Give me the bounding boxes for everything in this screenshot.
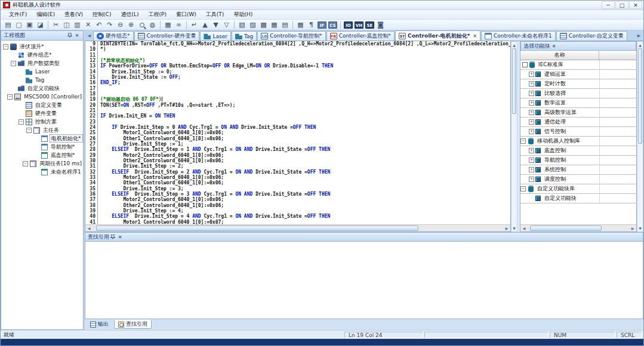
bottom-tab-find[interactable]: 查找引用: [114, 320, 152, 329]
upload-icon[interactable]: ▲: [200, 20, 210, 30]
search-icon[interactable]: [137, 20, 147, 30]
fb-horizontal-scrollbar[interactable]: ◀ ▶: [520, 224, 636, 231]
fb-lib-custom[interactable]: −自定义功能块库: [520, 184, 636, 194]
tree-hardware-vars[interactable]: 硬件变量: [1, 109, 83, 118]
if-block-icon[interactable]: IF: [317, 20, 327, 30]
pou-add-icon[interactable]: ▨: [248, 20, 258, 30]
fb-cat-adv-math-expand-icon[interactable]: +: [529, 110, 534, 115]
close-fb-panel-icon[interactable]: ✕: [550, 43, 557, 50]
paste-icon[interactable]: ▥: [72, 20, 82, 30]
grid-view-icon[interactable]: ▦: [295, 20, 306, 30]
tree-user-data-types-expand-icon[interactable]: −: [11, 61, 16, 66]
fb-lib-robot-expand-icon[interactable]: −: [520, 138, 526, 144]
fb-cat-comm-expand-icon[interactable]: +: [529, 119, 534, 125]
tab-tag[interactable]: Tag: [232, 31, 257, 41]
menu-view[interactable]: 查看(V): [60, 10, 88, 19]
redo-icon[interactable]: ↷: [104, 20, 115, 30]
scroll-up-arrow-icon[interactable]: ▲: [511, 42, 517, 48]
tree-control-scheme[interactable]: −控制方案: [1, 118, 83, 126]
scroll-left-arrow-icon[interactable]: ◀: [85, 225, 93, 231]
code-area[interactable]: 9DINT2BYTE(IN= TurnTable_fct,Q_HH=>Motor…: [85, 41, 510, 224]
pou-window-icon[interactable]: ▧: [237, 20, 247, 30]
menu-file[interactable]: 文件(F): [4, 10, 32, 19]
vh-table-icon[interactable]: VH: [354, 20, 364, 30]
minimize-button[interactable]: ─: [602, 1, 615, 9]
bottom-tab-output[interactable]: 输出: [86, 320, 113, 329]
fb-cat-system-expand-icon[interactable]: +: [529, 167, 534, 172]
menu-window[interactable]: 窗口(W): [171, 10, 201, 19]
instance-list-icon[interactable]: ▤: [280, 20, 290, 30]
watch-icon[interactable]: ∞: [174, 20, 184, 30]
tree-cyclic-task[interactable]: −周期任务[10 ms]: [1, 159, 83, 168]
compare-icon[interactable]: ▽: [221, 20, 232, 30]
tree-cyclic-task-expand-icon[interactable]: −: [23, 161, 28, 166]
exit-icon[interactable]: ◙: [375, 20, 386, 30]
fb-cat-comm[interactable]: +通信处理: [520, 118, 636, 127]
zoom-in-icon[interactable]: ⊕: [126, 20, 136, 30]
tree-project-root-expand-icon[interactable]: −: [3, 44, 8, 50]
find-pin-icon[interactable]: [109, 234, 116, 240]
scroll-right-arrow-icon[interactable]: ▶: [503, 225, 510, 231]
editor-vertical-scrollbar[interactable]: ▲ ▼: [511, 41, 517, 232]
tree-main-task-expand-icon[interactable]: −: [26, 128, 32, 133]
tree-laser[interactable]: Laser: [1, 67, 83, 76]
delete-icon[interactable]: ✕: [83, 20, 93, 30]
close-tab-icon[interactable]: ✕: [473, 33, 477, 39]
save-all-icon[interactable]: ◪: [35, 20, 45, 30]
fb-lib-robot[interactable]: −移动机器人控制库: [520, 137, 636, 146]
fb-cat-nav[interactable]: +导航控制: [520, 156, 636, 165]
tree-custom-fb[interactable]: 自定义功能块: [1, 84, 83, 92]
zoom-out-icon[interactable]: ⊖: [115, 20, 125, 30]
tree-user-data-types[interactable]: −用户数据类型: [1, 59, 83, 67]
fb-cat-logic-expand-icon[interactable]: +: [529, 72, 534, 77]
fb-scroll-right-arrow-icon[interactable]: ▶: [629, 225, 636, 231]
menu-project[interactable]: 工程(P): [143, 10, 171, 19]
fb-cat-dispatch-expand-icon[interactable]: +: [529, 177, 534, 182]
tree-chassis-control[interactable]: 底盘控制*: [1, 151, 83, 159]
pin-icon[interactable]: [66, 32, 73, 39]
tab-custom-vars[interactable]: Controller-自定义变量: [556, 31, 627, 41]
find-references-results[interactable]: [85, 242, 643, 319]
scroll-down-arrow-icon[interactable]: ▼: [511, 225, 517, 231]
tab-unnamed-program[interactable]: Controller-未命名程序1: [481, 31, 556, 41]
tree-unnamed-program[interactable]: 未命名程序1: [1, 168, 83, 176]
fb-cat-math[interactable]: +数学运算: [520, 98, 636, 108]
schedule-icon[interactable]: ▦: [163, 20, 173, 30]
menu-comm[interactable]: 通信(L): [116, 10, 143, 19]
fb-cat-system[interactable]: +系统控制: [520, 165, 636, 175]
fb-cat-nav-expand-icon[interactable]: +: [529, 157, 534, 163]
menu-help[interactable]: 帮助(H): [229, 10, 257, 19]
fb-hscroll-thumb[interactable]: [530, 225, 602, 231]
maximize-button[interactable]: □: [615, 1, 628, 9]
tree-custom-vars[interactable]: 自定义变量: [1, 101, 83, 109]
tab-scroll-left-icon[interactable]: ◀: [85, 32, 93, 41]
copy-icon[interactable]: ◫: [61, 20, 72, 30]
tab-motor-init[interactable]: STController-电机初始化*✕: [395, 30, 480, 41]
tree-nav-control[interactable]: 导航控制*: [1, 143, 83, 151]
find-close-icon[interactable]: ✕: [116, 234, 124, 240]
download-icon[interactable]: ▼: [211, 20, 221, 30]
login-icon[interactable]: ↵: [189, 20, 199, 30]
fb-cat-compare-expand-icon[interactable]: +: [529, 91, 534, 96]
tab-scroll-right-icon[interactable]: ▶: [635, 32, 643, 41]
comment-icon[interactable]: ¶: [306, 20, 316, 30]
open-project-icon[interactable]: ▢: [14, 20, 24, 30]
tab-chassis-control[interactable]: FBController-底盘控制*: [326, 31, 395, 41]
close-button[interactable]: ✕: [629, 1, 642, 9]
tab-hardware-vars[interactable]: Controller-硬件变量: [134, 31, 200, 41]
tree-tag[interactable]: Tag: [1, 76, 83, 84]
save-icon[interactable]: ▣: [24, 20, 35, 30]
fb-scroll-up-arrow-icon[interactable]: ▲: [637, 42, 643, 48]
fb-vscroll-thumb[interactable]: [638, 48, 642, 144]
fb-cat-dispatch[interactable]: +调度控制: [520, 175, 636, 184]
fb-vertical-scrollbar[interactable]: ▲ ▼: [637, 41, 643, 232]
tree-control-scheme-expand-icon[interactable]: −: [19, 119, 24, 125]
tree-motor-init[interactable]: 电机初始化*: [1, 134, 83, 143]
tree-controller-expand-icon[interactable]: −: [7, 94, 13, 100]
fb-scroll-down-arrow-icon[interactable]: ▼: [637, 225, 643, 231]
fb-cat-logic[interactable]: +逻辑运算: [520, 70, 636, 79]
menu-edit[interactable]: 编辑(E): [32, 10, 60, 19]
tree-main-task[interactable]: −主任务: [1, 126, 83, 134]
new-file-icon[interactable]: ▤: [3, 20, 13, 30]
menu-control[interactable]: 控制(C): [88, 10, 116, 19]
